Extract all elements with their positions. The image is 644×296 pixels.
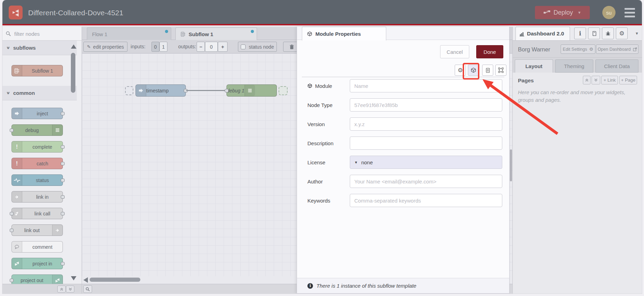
cube-icon (307, 31, 312, 36)
palette-node-link-in[interactable]: link in (11, 191, 63, 203)
minus-icon: − (199, 44, 202, 50)
outputs-decrease-button[interactable]: − (197, 42, 205, 52)
inputs-option-0[interactable]: 0 (151, 42, 159, 52)
debug-icon (52, 125, 63, 135)
help-tab-button[interactable] (588, 27, 600, 39)
tab-flow-1[interactable]: Flow 1 (87, 27, 171, 40)
edit-properties-tab-button[interactable]: ⚙ (455, 65, 466, 76)
canvas-node-debug-1[interactable]: debug 1 (226, 84, 277, 97)
unsaved-changes-dot (251, 30, 254, 33)
output-port[interactable] (61, 212, 65, 215)
canvas-node-timestamp[interactable]: timestamp (135, 84, 186, 97)
add-page-button[interactable]: + Page (619, 76, 637, 84)
palette-node-link-call[interactable]: link call (11, 208, 63, 219)
palette-node-catch[interactable]: ! catch (11, 158, 63, 169)
cube-icon (307, 83, 312, 88)
tab-layout[interactable]: Layout (515, 59, 553, 73)
canvas-vertical-scrollbar[interactable] (510, 149, 512, 181)
output-port[interactable] (61, 145, 65, 149)
done-button[interactable]: Done (476, 45, 503, 58)
node-label: project out (12, 278, 52, 283)
input-port[interactable] (10, 279, 14, 282)
version-input[interactable] (350, 117, 502, 131)
module-row: Module (297, 79, 509, 92)
section-label: common (13, 90, 35, 96)
outputs-increase-button[interactable]: + (218, 42, 228, 52)
input-port[interactable] (10, 129, 14, 132)
palette-scrollbar-thumb[interactable] (71, 53, 75, 93)
input-port[interactable] (225, 89, 229, 92)
outputs-label: outputs: (178, 40, 196, 54)
input-port[interactable] (10, 212, 14, 215)
tab-client-data[interactable]: Client Data (595, 59, 638, 73)
output-port[interactable] (61, 195, 65, 199)
move-page-down-button[interactable] (592, 76, 600, 84)
palette-node-comment[interactable]: comment (11, 241, 63, 253)
debug-tab-button[interactable] (602, 27, 614, 39)
input-port[interactable] (10, 229, 14, 232)
info-tab-button[interactable]: i (574, 27, 586, 39)
keywords-input[interactable] (350, 194, 502, 207)
palette-section-subflows[interactable]: ∨ subflows (2, 41, 77, 55)
palette-node-subflow-1[interactable]: Subflow 1 (11, 65, 63, 76)
inject-icon (12, 108, 22, 119)
output-port[interactable] (61, 162, 65, 165)
subflow-input-stub[interactable] (125, 86, 133, 95)
palette-expand-all-button[interactable] (66, 286, 74, 293)
edit-properties-button[interactable]: ✎ edit properties (83, 42, 127, 52)
output-port[interactable] (61, 262, 65, 265)
palette-node-status[interactable]: status (11, 174, 63, 186)
button-label: Cancel (447, 49, 463, 55)
cancel-button[interactable]: Cancel (440, 45, 469, 58)
tab-label: Layout (525, 63, 542, 69)
appearance-tab-button[interactable] (495, 65, 506, 76)
palette-section-common[interactable]: ∨ common (2, 86, 77, 100)
tab-dashboard-2[interactable]: Dashboard 2.0 (515, 27, 570, 40)
sidebar-more-tabs-chevron-icon[interactable]: ▼ (635, 31, 639, 35)
outputs-count-field[interactable]: 0 (205, 42, 218, 52)
bar-chart-icon (519, 31, 525, 36)
module-input[interactable] (350, 79, 502, 92)
palette-scroll-up-icon[interactable] (71, 44, 76, 49)
palette-collapse-all-button[interactable] (57, 286, 66, 293)
option-label: 0 (154, 44, 157, 50)
output-port[interactable] (61, 112, 65, 115)
wire[interactable] (186, 90, 226, 91)
scroll-left-icon[interactable] (83, 277, 88, 283)
tab-subflow-1[interactable]: Subflow 1 (175, 27, 257, 40)
config-tab-button[interactable]: ⚙ (616, 27, 628, 39)
palette-scroll-down-icon[interactable] (71, 276, 76, 280)
subflow-output-stub[interactable] (279, 86, 288, 95)
output-port[interactable] (61, 179, 65, 182)
tab-module-properties[interactable]: Module Properties (302, 27, 386, 41)
search-flows-button[interactable] (83, 285, 92, 293)
deploy-button[interactable]: Deploy ▼ (535, 6, 590, 19)
button-label: Edit Settings (563, 47, 587, 52)
node-type-input[interactable] (350, 98, 502, 112)
move-page-up-button[interactable] (583, 76, 591, 84)
node-red-app: Different-Collared-Dove-4521 Deploy ▼ su (2, 0, 642, 294)
description-tab-button[interactable] (482, 65, 493, 76)
inputs-option-1[interactable]: 1 (159, 42, 167, 52)
status-node-toggle[interactable]: status node (238, 42, 277, 52)
description-input[interactable] (350, 137, 502, 150)
status-node-checkbox[interactable] (241, 44, 246, 49)
keywords-row: Keywords (297, 194, 509, 207)
open-dashboard-button[interactable]: Open Dashboard (596, 44, 638, 54)
horizontal-scrollbar-thumb[interactable] (90, 278, 140, 282)
add-link-button[interactable]: + Link (601, 76, 618, 84)
author-input[interactable] (350, 175, 502, 188)
edit-settings-button[interactable]: Edit Settings ⚙ (561, 44, 595, 54)
filter-nodes-input[interactable] (14, 29, 79, 39)
palette-node-debug[interactable]: debug (11, 124, 63, 136)
user-avatar[interactable]: su (602, 6, 616, 19)
tab-theming[interactable]: Theming (555, 59, 593, 73)
main-menu-icon[interactable] (625, 8, 635, 17)
palette-node-project-in[interactable]: project in (11, 258, 63, 269)
palette-node-inject[interactable]: inject (11, 108, 63, 119)
palette-node-link-out[interactable]: link out (11, 224, 63, 236)
deploy-dropdown-chevron-icon[interactable]: ▼ (578, 10, 581, 15)
palette-node-complete[interactable]: ! complete (11, 141, 63, 153)
license-select[interactable]: ▼ none (350, 156, 502, 169)
module-properties-tab-button[interactable] (468, 65, 479, 76)
